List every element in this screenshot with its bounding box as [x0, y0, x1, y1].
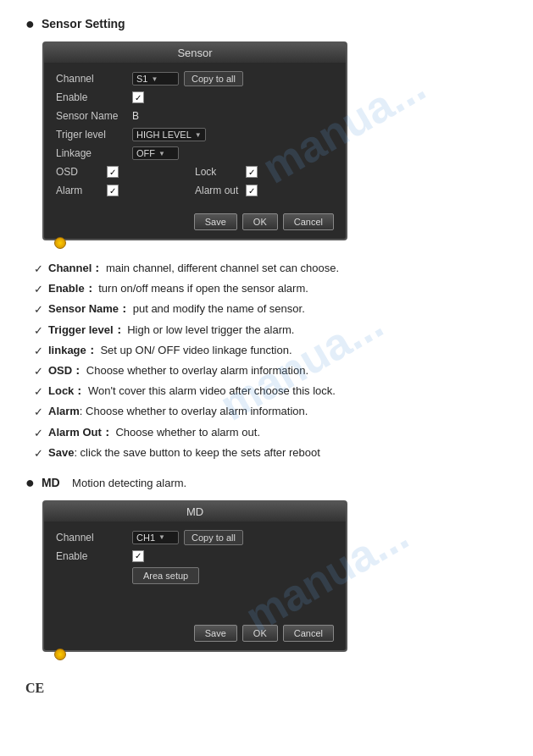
- sensor-enable-checkbox[interactable]: ✓: [132, 91, 144, 103]
- check-alarm-text: Alarm: Choose whether to overlay alarm i…: [48, 404, 308, 419]
- sensor-copy-all-btn[interactable]: Copy to all: [184, 71, 243, 86]
- sensor-enable-label: Enable: [56, 91, 132, 103]
- sensor-check-list: ✓ Channel： main channel, different chann…: [34, 261, 508, 461]
- md-subtitle: Motion detecting alarm.: [72, 477, 186, 489]
- md-save-btn[interactable]: Save: [194, 625, 237, 642]
- sensor-channel-value: S1: [136, 74, 147, 84]
- check-channel-text: Channel： main channel, different channel…: [48, 261, 339, 276]
- md-ok-btn[interactable]: OK: [242, 625, 278, 642]
- check-alarm-out: ✓ Alarm Out： Choose whether to alarm out…: [34, 425, 508, 441]
- sensor-trigger-row: Triger level HIGH LEVEL ▼: [44, 125, 346, 144]
- check-linkage-text: linkage： Set up ON/ OFF video linkage fu…: [48, 343, 292, 358]
- md-section: ● MD Motion detecting alarm.: [25, 476, 508, 492]
- sensor-dialog-light: [54, 237, 66, 249]
- check-save-text: Save: click the save button to keep the …: [48, 445, 320, 461]
- check-trigger-text: Trigger level： High or low level trigger…: [48, 323, 294, 338]
- md-section-text: MD Motion detecting alarm.: [42, 476, 186, 489]
- check-trigger: ✓ Trigger level： High or low level trigg…: [34, 323, 508, 339]
- md-channel-dropdown-arrow: ▼: [158, 533, 165, 541]
- md-area-setup-row: Area setup: [44, 566, 346, 586]
- sensor-lock-label: Lock: [195, 166, 246, 178]
- check-enable: ✓ Enable： turn on/off means if open the …: [34, 281, 508, 297]
- md-channel-value: CH1: [136, 533, 155, 543]
- md-bullet-dot: ●: [25, 474, 35, 492]
- md-area-setup-btn[interactable]: Area setup: [132, 567, 199, 584]
- md-enable-label: Enable: [56, 550, 132, 562]
- md-dialog-footer: Save OK Cancel: [44, 620, 346, 643]
- checkmark-alarm: ✓: [34, 405, 43, 420]
- sensor-linkage-value: OFF: [136, 148, 155, 158]
- sensor-osd-lock-row: OSD ✓ Lock ✓: [44, 163, 346, 181]
- sensor-channel-select[interactable]: S1 ▼: [132, 72, 179, 86]
- sensor-trigger-select[interactable]: HIGH LEVEL ▼: [132, 128, 206, 141]
- checkmark-linkage: ✓: [34, 344, 43, 359]
- check-alarm: ✓ Alarm: Choose whether to overlay alarm…: [34, 404, 508, 420]
- sensor-trigger-label: Triger level: [56, 129, 132, 141]
- sensor-setting-title: Sensor Setting: [42, 17, 125, 30]
- check-osd-text: OSD： Choose whether to overlay alarm inf…: [48, 363, 308, 378]
- check-alarm-out-text: Alarm Out： Choose whether to alarm out.: [48, 425, 260, 440]
- checkmark-save: ✓: [34, 446, 43, 461]
- channel-dropdown-arrow: ▼: [151, 75, 158, 83]
- md-enable-checkbox[interactable]: ✓: [132, 550, 144, 562]
- sensor-enable-row: Enable ✓: [44, 88, 346, 107]
- sensor-dialog-footer: Save OK Cancel: [44, 208, 346, 232]
- sensor-cancel-btn[interactable]: Cancel: [283, 213, 334, 230]
- sensor-osd-label: OSD: [56, 166, 107, 178]
- check-lock-text: Lock： Won't cover this alarm video after…: [48, 384, 336, 399]
- ce-mark: CE: [25, 681, 508, 696]
- check-linkage: ✓ linkage： Set up ON/ OFF video linkage …: [34, 343, 508, 359]
- alarm-left: Alarm ✓: [56, 185, 195, 196]
- checkmark-lock: ✓: [34, 384, 43, 400]
- sensor-name-label: Sensor Name: [56, 110, 132, 122]
- checkmark-alarm-out: ✓: [34, 426, 43, 441]
- checkmark-channel: ✓: [34, 262, 43, 277]
- check-sensor-name-text: Sensor Name： put and modify the name of …: [48, 301, 305, 317]
- lock-right: Lock ✓: [195, 166, 334, 178]
- sensor-ok-btn[interactable]: OK: [242, 213, 278, 230]
- sensor-dialog: Sensor Channel S1 ▼ Copy to all Enable ✓…: [42, 41, 347, 240]
- md-dialog: MD Channel CH1 ▼ Copy to all Enable ✓ Ar…: [42, 500, 347, 652]
- bullet-dot: ●: [25, 15, 35, 33]
- checkmark-enable: ✓: [34, 282, 43, 297]
- sensor-linkage-row: Linkage OFF ▼: [44, 144, 346, 163]
- sensor-setting-section: ● Sensor Setting: [25, 17, 508, 33]
- check-save: ✓ Save: click the save button to keep th…: [34, 445, 508, 461]
- sensor-name-row: Sensor Name B: [44, 107, 346, 125]
- checkmark-osd: ✓: [34, 364, 43, 379]
- md-title: MD: [42, 476, 60, 489]
- alarm-out-right: Alarm out ✓: [195, 185, 334, 196]
- sensor-lock-checkbox[interactable]: ✓: [246, 166, 258, 178]
- checkmark-trigger: ✓: [34, 323, 43, 339]
- check-sensor-name: ✓ Sensor Name： put and modify the name o…: [34, 301, 508, 317]
- sensor-alarm-out-label: Alarm out: [195, 185, 246, 196]
- sensor-osd-checkbox[interactable]: ✓: [107, 166, 119, 178]
- check-lock: ✓ Lock： Won't cover this alarm video aft…: [34, 384, 508, 400]
- sensor-trigger-value: HIGH LEVEL: [136, 130, 192, 140]
- sensor-linkage-label: Linkage: [56, 147, 132, 159]
- sensor-alarm-out-checkbox[interactable]: ✓: [246, 185, 258, 196]
- sensor-alarm-row: Alarm ✓ Alarm out ✓: [44, 181, 346, 200]
- trigger-dropdown-arrow: ▼: [195, 131, 202, 139]
- sensor-channel-label: Channel: [56, 73, 132, 85]
- sensor-save-btn[interactable]: Save: [194, 213, 237, 230]
- sensor-alarm-checkbox[interactable]: ✓: [107, 185, 119, 196]
- sensor-channel-row: Channel S1 ▼ Copy to all: [44, 69, 346, 88]
- sensor-alarm-label: Alarm: [56, 185, 107, 196]
- osd-left: OSD ✓: [56, 166, 195, 178]
- sensor-name-value: B: [132, 110, 139, 122]
- md-cancel-btn[interactable]: Cancel: [283, 625, 334, 642]
- check-osd: ✓ OSD： Choose whether to overlay alarm i…: [34, 363, 508, 379]
- checkmark-sensor-name: ✓: [34, 302, 43, 317]
- check-enable-text: Enable： turn on/off means if open the se…: [48, 281, 308, 296]
- md-channel-label: Channel: [56, 532, 132, 544]
- md-channel-select[interactable]: CH1 ▼: [132, 531, 179, 544]
- check-channel: ✓ Channel： main channel, different chann…: [34, 261, 508, 277]
- md-dialog-title: MD: [44, 502, 346, 521]
- md-dialog-light: [54, 648, 66, 660]
- md-copy-all-btn[interactable]: Copy to all: [184, 530, 243, 545]
- linkage-dropdown-arrow: ▼: [158, 150, 165, 157]
- sensor-linkage-select[interactable]: OFF ▼: [132, 146, 179, 160]
- md-enable-row: Enable ✓: [44, 547, 346, 566]
- md-channel-row: Channel CH1 ▼ Copy to all: [44, 528, 346, 547]
